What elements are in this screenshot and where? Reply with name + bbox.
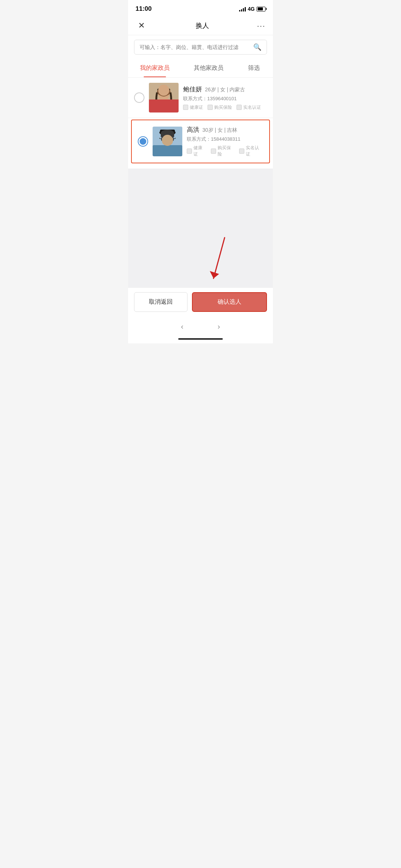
person-name-2: 高洪 bbox=[187, 125, 199, 134]
person-list: 鲍佳妍 26岁 | 女 | 内蒙古 联系方式：13596400101 健康证 bbox=[128, 78, 273, 169]
avatar-1 bbox=[149, 83, 179, 112]
more-button[interactable]: ··· bbox=[257, 22, 265, 30]
cancel-button[interactable]: 取消返回 bbox=[134, 292, 188, 312]
status-icons: 4G bbox=[239, 6, 265, 12]
person-info-1: 鲍佳妍 26岁 | 女 | 内蒙古 联系方式：13596400101 健康证 bbox=[183, 85, 267, 111]
person-tags-2: 健康证 购买保险 实名认证 bbox=[187, 145, 263, 157]
svg-rect-13 bbox=[162, 137, 167, 141]
arrow-annotation bbox=[206, 234, 236, 287]
forward-nav-button[interactable]: › bbox=[212, 321, 226, 332]
person-meta-1: 26岁 | 女 | 内蒙古 bbox=[205, 87, 245, 93]
tab-my-housekeeper[interactable]: 我的家政员 bbox=[128, 59, 182, 77]
tag-insurance-1: 购买保险 bbox=[208, 104, 232, 111]
signal-icon bbox=[239, 6, 246, 12]
svg-point-5 bbox=[160, 92, 163, 94]
svg-point-9 bbox=[162, 139, 173, 145]
status-bar: 11:00 4G bbox=[128, 0, 273, 16]
header: ✕ 换人 ··· bbox=[128, 16, 273, 35]
tag-checkbox-2a bbox=[187, 149, 192, 154]
battery-icon bbox=[257, 7, 265, 12]
search-icon: 🔍 bbox=[253, 43, 261, 51]
status-time: 11:00 bbox=[136, 5, 151, 13]
person-name-row-1: 鲍佳妍 26岁 | 女 | 内蒙古 bbox=[183, 85, 267, 94]
svg-rect-8 bbox=[153, 145, 182, 156]
person-tags-1: 健康证 购买保险 实名认证 bbox=[183, 104, 267, 111]
svg-point-4 bbox=[159, 98, 169, 104]
tag-checkbox-1b bbox=[208, 105, 213, 110]
back-nav-button[interactable]: ‹ bbox=[175, 321, 189, 332]
tab-other-housekeeper[interactable]: 其他家政员 bbox=[182, 59, 235, 77]
svg-point-6 bbox=[165, 92, 167, 94]
radio-button-1[interactable] bbox=[134, 92, 144, 103]
bottom-buttons: 取消返回 确认选人 bbox=[128, 287, 273, 316]
tab-bar: 我的家政员 其他家政员 筛选 bbox=[128, 59, 273, 78]
tab-filter[interactable]: 筛选 bbox=[235, 59, 273, 77]
nav-bar: ‹ › bbox=[128, 316, 273, 335]
tag-health-cert-2: 健康证 bbox=[187, 145, 206, 157]
person-name-row-2: 高洪 30岁 | 女 | 吉林 bbox=[187, 125, 263, 134]
person-contact-2: 联系方式：15844038311 bbox=[187, 136, 263, 143]
tag-verified-2: 实名认证 bbox=[239, 145, 263, 157]
empty-area bbox=[128, 169, 273, 287]
home-bar bbox=[178, 338, 223, 340]
radio-button-2[interactable] bbox=[138, 136, 148, 147]
avatar-2 bbox=[153, 127, 182, 156]
tag-checkbox-1a bbox=[183, 105, 188, 110]
person-contact-1: 联系方式：13596400101 bbox=[183, 95, 267, 102]
close-button[interactable]: ✕ bbox=[136, 21, 147, 30]
person-info-2: 高洪 30岁 | 女 | 吉林 联系方式：15844038311 健康证 购买 bbox=[187, 125, 263, 157]
search-wrapper: 🔍 bbox=[134, 40, 267, 55]
tag-checkbox-2b bbox=[211, 149, 216, 154]
svg-rect-14 bbox=[168, 137, 173, 141]
person-name-1: 鲍佳妍 bbox=[183, 85, 202, 94]
search-input[interactable] bbox=[140, 44, 253, 50]
tag-health-cert-1: 健康证 bbox=[183, 104, 203, 111]
svg-point-2 bbox=[157, 87, 170, 96]
confirm-button[interactable]: 确认选人 bbox=[192, 292, 267, 312]
svg-marker-19 bbox=[210, 271, 219, 278]
svg-line-18 bbox=[213, 238, 225, 278]
tag-verified-1: 实名认证 bbox=[237, 104, 261, 111]
page-title: 换人 bbox=[196, 21, 209, 30]
person-item-2[interactable]: 高洪 30岁 | 女 | 吉林 联系方式：15844038311 健康证 购买 bbox=[131, 120, 270, 163]
tag-insurance-2: 购买保险 bbox=[211, 145, 235, 157]
person-meta-2: 30岁 | 女 | 吉林 bbox=[202, 127, 237, 134]
svg-rect-3 bbox=[156, 101, 172, 112]
home-indicator bbox=[128, 335, 273, 343]
tag-checkbox-1c bbox=[237, 105, 242, 110]
svg-point-10 bbox=[162, 132, 173, 144]
network-indicator: 4G bbox=[248, 6, 255, 12]
person-item-1[interactable]: 鲍佳妍 26岁 | 女 | 内蒙古 联系方式：13596400101 健康证 bbox=[128, 78, 273, 118]
svg-rect-12 bbox=[160, 130, 175, 134]
tag-checkbox-2c bbox=[239, 149, 244, 154]
search-bar: 🔍 bbox=[128, 35, 273, 59]
